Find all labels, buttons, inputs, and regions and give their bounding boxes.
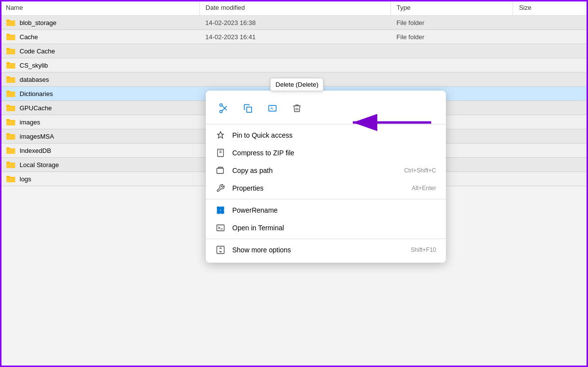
pin-icon [216,130,225,140]
file-size [513,101,588,115]
ctx-item-label: Show more options [232,246,404,254]
file-date [199,58,391,73]
file-type: File folder [391,30,513,44]
svg-rect-12 [221,207,224,210]
ctx-item-open-terminal[interactable]: Open in Terminal [206,219,446,237]
rename-button[interactable]: A [263,98,282,118]
file-size [513,16,588,30]
file-size [513,115,588,129]
table-row[interactable]: CS_skylib [0,58,588,73]
ctx-item-properties[interactable]: Properties Alt+Enter [206,179,446,197]
file-size [513,58,588,73]
folder-icon [6,147,16,154]
file-name-cell: blob_storage [0,16,199,30]
file-date: 14-02-2023 16:41 [199,30,391,44]
file-name-cell: Dictionaries [0,87,199,101]
ctx-item-power-rename[interactable]: PowerRename [206,201,446,219]
file-type [391,73,513,87]
more-options-icon [216,245,225,255]
file-name-cell: CS_skylib [0,58,199,73]
svg-rect-4 [247,107,252,113]
file-type: File folder [391,16,513,30]
file-name: GPUCache [20,104,52,112]
file-name-cell: GPUCache [0,101,199,115]
folder-icon [6,47,16,55]
delete-button[interactable]: Delete (Delete) [287,98,307,118]
file-name: IndexedDB [20,147,51,154]
file-name: images [20,119,40,126]
ctx-item-pin[interactable]: Pin to Quick access [206,126,446,144]
file-name-cell: imagesMSA [0,129,199,144]
folder-icon [6,175,16,183]
copy-button[interactable] [238,98,258,118]
svg-line-2 [222,106,227,111]
folder-icon [6,118,16,126]
folder-icon [6,161,16,169]
ctx-item-shortcut: Ctrl+Shift+C [404,167,436,174]
svg-rect-11 [217,207,220,210]
file-name: Local Storage [20,161,59,169]
file-name: Code Cache [20,48,55,55]
folder-icon [6,132,16,140]
svg-text:A: A [270,106,273,111]
file-type [391,58,513,73]
ctx-item-label: Properties [232,184,405,192]
ctx-item-more-options[interactable]: Show more options Shift+F10 [206,241,446,259]
svg-rect-14 [221,211,224,214]
file-name: logs [20,175,31,183]
file-size [513,30,588,44]
ctx-item-label: Copy as path [232,167,397,174]
folder-icon [6,75,16,83]
file-size [513,144,588,158]
ctx-item-label: Compress to ZIP file [232,149,436,157]
svg-rect-7 [218,149,223,157]
file-name: CS_skylib [20,62,48,69]
file-name-cell: IndexedDB [0,144,199,158]
col-date[interactable]: Date modified [199,0,391,16]
ctx-item-shortcut: Alt+Enter [412,185,436,192]
terminal-icon [216,223,225,233]
file-size [513,129,588,144]
file-name: imagesMSA [20,133,54,140]
folder-icon [6,90,16,98]
file-size [513,44,588,58]
file-name: Dictionaries [20,90,53,98]
file-name-cell: databases [0,73,199,87]
file-name-cell: images [0,115,199,129]
power-rename-icon [216,205,225,215]
col-name[interactable]: Name [0,0,199,16]
svg-rect-13 [217,211,220,214]
ctx-item-label: Open in Terminal [232,224,436,232]
cut-button[interactable] [214,98,233,118]
svg-rect-10 [217,169,224,174]
col-type[interactable]: Type [391,0,513,16]
copy-path-icon [216,166,225,175]
ctx-item-label: PowerRename [232,206,436,214]
file-name: Cache [20,33,38,41]
ctx-item-shortcut: Shift+F10 [411,246,436,253]
file-date: 14-02-2023 16:38 [199,16,391,30]
delete-tooltip: Delete (Delete) [270,78,323,91]
context-menu-toolbar: A Delete (Delete) [206,95,446,124]
table-row[interactable]: Code Cache [0,44,588,58]
file-size [513,172,588,186]
table-row[interactable]: blob_storage 14-02-2023 16:38File folder [0,16,588,30]
svg-line-3 [222,106,227,111]
file-size [513,158,588,172]
file-size [513,87,588,101]
wrench-icon [216,183,225,193]
folder-icon [6,104,16,112]
ctx-item-compress[interactable]: Compress to ZIP file [206,144,446,162]
file-name-cell: Cache [0,30,199,44]
folder-icon [6,33,16,41]
ctx-item-copy-path[interactable]: Copy as path Ctrl+Shift+C [206,162,446,179]
table-row[interactable]: Cache 14-02-2023 16:41File folder [0,30,588,44]
file-name-cell: Code Cache [0,44,199,58]
col-size[interactable]: Size [513,0,588,16]
svg-rect-15 [217,225,224,231]
file-name-cell: logs [0,172,199,186]
zip-icon [216,148,225,158]
file-type [391,44,513,58]
folder-icon [6,19,16,26]
file-size [513,73,588,87]
